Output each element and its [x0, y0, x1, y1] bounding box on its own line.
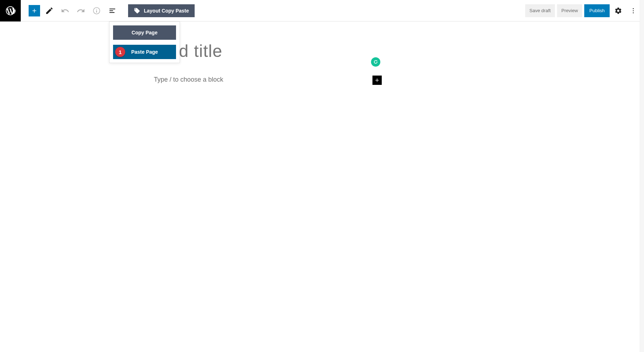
svg-rect-5 — [109, 9, 115, 9]
preview-button[interactable]: Preview — [557, 4, 582, 17]
redo-button[interactable] — [74, 4, 87, 17]
pencil-icon — [45, 6, 54, 15]
settings-button[interactable] — [612, 4, 625, 17]
toolbar-right-group: Save draft Preview Publish — [525, 4, 640, 17]
svg-point-9 — [633, 10, 634, 11]
layout-dropdown-menu: Copy Page 1 Paste Page — [109, 21, 180, 63]
info-icon — [92, 6, 101, 15]
annotation-badge: 1 — [115, 47, 125, 57]
list-view-icon — [108, 6, 117, 15]
wordpress-icon — [5, 5, 16, 16]
save-draft-button[interactable]: Save draft — [525, 4, 555, 17]
inline-add-block-button[interactable] — [372, 76, 382, 85]
plus-icon — [31, 8, 38, 14]
layout-btn-label: Layout Copy Paste — [144, 8, 189, 14]
paste-page-label: Paste Page — [131, 49, 158, 55]
redo-icon — [77, 6, 85, 15]
svg-point-10 — [633, 12, 634, 13]
wordpress-logo[interactable] — [0, 0, 21, 21]
svg-rect-4 — [96, 10, 97, 13]
layout-copy-paste-button[interactable]: Layout Copy Paste — [128, 4, 195, 17]
paste-page-button[interactable]: 1 Paste Page — [113, 45, 176, 59]
more-options-button[interactable] — [627, 4, 640, 17]
add-block-button[interactable] — [29, 5, 40, 16]
copy-page-button[interactable]: Copy Page — [113, 25, 176, 40]
undo-button[interactable] — [59, 4, 72, 17]
list-view-button[interactable] — [106, 4, 119, 17]
copy-page-label: Copy Page — [132, 30, 157, 35]
dots-vertical-icon — [630, 7, 637, 14]
grammarly-icon — [373, 59, 379, 65]
undo-icon — [61, 6, 69, 15]
toolbar-left-group: Layout Copy Paste — [21, 4, 195, 17]
editor-toolbar: Layout Copy Paste Save draft Preview Pub… — [0, 0, 644, 21]
svg-rect-6 — [109, 10, 113, 11]
svg-point-8 — [633, 8, 634, 9]
plus-icon — [374, 77, 380, 83]
svg-rect-7 — [109, 12, 114, 13]
info-button[interactable] — [90, 4, 103, 17]
svg-point-3 — [96, 9, 97, 10]
publish-button[interactable]: Publish — [584, 4, 610, 17]
title-placeholder[interactable]: d title — [179, 41, 223, 61]
grammarly-widget[interactable] — [371, 57, 380, 67]
vertical-scrollbar[interactable] — [640, 0, 644, 352]
edit-mode-button[interactable] — [43, 4, 56, 17]
tag-icon — [134, 8, 140, 14]
block-placeholder[interactable]: Type / to choose a block — [154, 76, 223, 83]
gear-icon — [614, 7, 622, 15]
